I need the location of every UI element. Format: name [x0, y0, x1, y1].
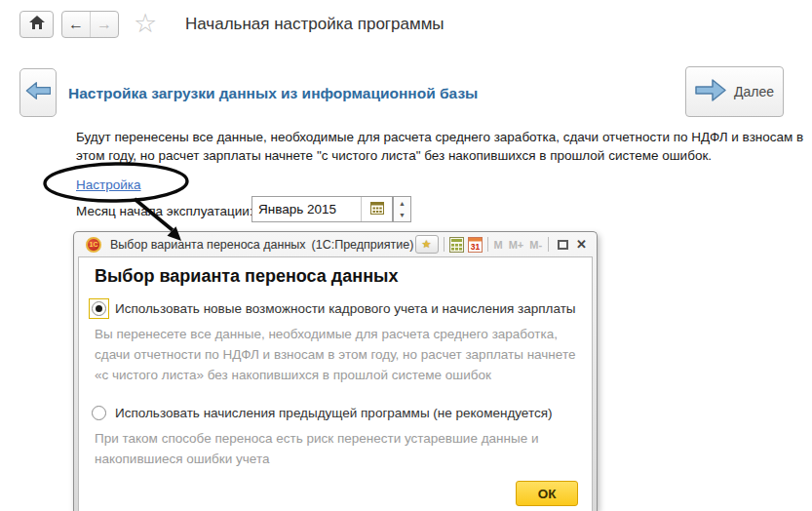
home-button[interactable] — [19, 11, 54, 38]
settings-link[interactable]: Настройка — [76, 177, 140, 192]
wizard-description: Будут перенесены все данные, необходимые… — [76, 128, 805, 165]
forward-arrow-icon: → — [97, 16, 112, 33]
1c-logo: 1С — [86, 237, 101, 253]
wizard-step-title: Настройка загрузки данных из информацион… — [68, 85, 478, 102]
start-month-input[interactable]: Январь 2015 — [251, 196, 393, 222]
dialog-title-app-suffix: (1С:Предприятие) — [312, 238, 413, 252]
option-label[interactable]: Использовать начисления предыдущей прогр… — [115, 406, 553, 420]
ok-button[interactable]: ОК — [516, 481, 578, 506]
forward-button[interactable]: → — [90, 12, 118, 37]
calendar-picker-button[interactable] — [361, 197, 392, 221]
back-arrow-icon: ← — [68, 16, 84, 33]
back-button[interactable]: ← — [62, 12, 90, 37]
option-label[interactable]: Использовать новые возможности кадрового… — [115, 301, 576, 316]
memory-m-button[interactable]: M — [494, 239, 503, 251]
next-arrow-icon — [695, 78, 726, 106]
option-description: При таком способе переноса есть риск пер… — [95, 428, 572, 469]
radio-button-icon[interactable] — [92, 301, 106, 316]
svg-text:31: 31 — [470, 242, 480, 252]
titlebar-separator — [444, 237, 445, 252]
calculator-icon[interactable] — [449, 235, 464, 254]
dialog-body: Выбор варианта переноса данных Использов… — [78, 256, 593, 511]
start-month-label: Месяц начала эксплуатации: — [76, 204, 253, 218]
maximize-icon[interactable] — [558, 240, 568, 250]
back-step-arrow-icon — [25, 81, 51, 104]
favorite-star-icon[interactable]: ☆ — [134, 8, 157, 39]
wizard-back-button[interactable] — [19, 68, 57, 117]
history-nav-buttons: ← → — [61, 11, 119, 38]
memory-mminus-button[interactable]: M- — [529, 239, 542, 251]
close-icon[interactable]: ✕ — [576, 237, 587, 252]
spinner-down-button[interactable]: ▼ — [394, 210, 410, 222]
page-title: Начальная настройка программы — [185, 15, 445, 34]
dialog-titlebar-icons: ★ 31 M M — [413, 235, 590, 254]
favorites-icon[interactable]: ★ — [415, 235, 439, 254]
titlebar-separator — [548, 237, 549, 252]
calendar-grid-icon — [370, 201, 384, 218]
radio-button-icon[interactable] — [92, 406, 106, 420]
option-new-features-radio[interactable]: Использовать новые возможности кадрового… — [89, 298, 576, 319]
next-button-label: Далее — [734, 84, 774, 99]
titlebar-separator — [487, 237, 488, 252]
start-month-value[interactable]: Январь 2015 — [252, 197, 361, 221]
spinner-up-button[interactable]: ▲ — [394, 197, 410, 210]
dialog-title: Выбор варианта переноса данных(1С:Предпр… — [110, 238, 413, 252]
radio-focus-frame — [89, 298, 109, 319]
option-previous-program-radio[interactable]: Использовать начисления предыдущей прогр… — [89, 403, 553, 423]
dialog-title-text: Выбор варианта переноса данных — [110, 238, 306, 252]
dialog-heading: Выбор варианта переноса данных — [95, 266, 398, 287]
month-spinner: ▲ ▼ — [393, 196, 411, 222]
data-transfer-dialog: 1С Выбор варианта переноса данных(1С:Пре… — [73, 231, 598, 511]
next-button[interactable]: Далее — [685, 66, 784, 117]
spinner-down-icon: ▼ — [399, 212, 406, 218]
spinner-up-icon: ▲ — [399, 200, 406, 207]
memory-mplus-button[interactable]: M+ — [509, 239, 524, 251]
home-icon — [29, 16, 45, 33]
radio-focus-frame — [89, 403, 109, 423]
dialog-titlebar[interactable]: 1С Выбор варианта переноса данных(1С:Пре… — [74, 232, 597, 256]
calendar-icon[interactable]: 31 — [468, 235, 483, 254]
option-description: Вы перенесете все данные, необходимые дл… — [95, 324, 587, 385]
